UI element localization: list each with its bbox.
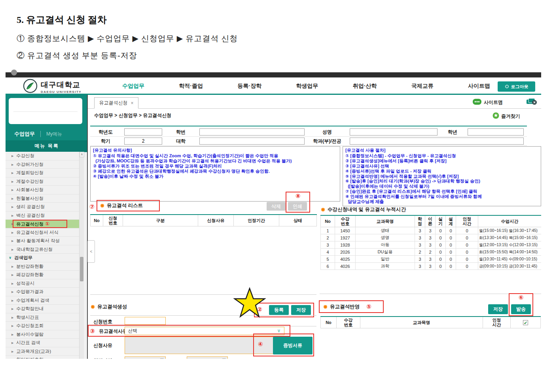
- save-button-apply[interactable]: 저장: [488, 304, 508, 314]
- select-all-checkbox[interactable]: ✔: [511, 317, 541, 328]
- sidebar-item[interactable]: ▶학생시간표: [6, 313, 79, 322]
- sidebar-item[interactable]: ▶계절희망신청: [6, 169, 79, 177]
- nav-item[interactable]: 학적·졸업: [179, 83, 203, 90]
- sidebar-item[interactable]: ▶교과목개요(교과): [6, 347, 79, 356]
- sidebar-item-label: 계절수강신청: [16, 179, 44, 184]
- table-row[interactable]: 54025일반33000월(10:30~11:45) 수(09:00~10:15…: [321, 256, 542, 263]
- form-input[interactable]: [350, 128, 438, 136]
- form-input[interactable]: [124, 128, 162, 136]
- table-cell: 6: [321, 263, 335, 270]
- scroll-up-arrow[interactable]: ∧: [80, 152, 84, 157]
- sidebar-item-label: 검색업무: [14, 255, 32, 260]
- send-button[interactable]: 발송: [511, 304, 531, 314]
- power-icon: [505, 84, 509, 89]
- annotation-3: ③: [90, 328, 95, 335]
- sidebar-item[interactable]: ▶성적공시: [6, 279, 79, 288]
- sidebar-item[interactable]: ▶헌혈봉사신청: [6, 194, 79, 203]
- save-button-create[interactable]: 저장: [291, 305, 311, 315]
- table-cell: 3: [425, 234, 436, 241]
- apply-section-title: 유고결석반영 ⑤: [319, 300, 384, 313]
- logout-button[interactable]: 로그아웃: [498, 81, 535, 92]
- system-screenshot: 대구대학교 DAEGU UNIVERSITY 수업업무학적·졸업등록·장학학생업…: [6, 72, 541, 359]
- form-input[interactable]: [350, 138, 524, 145]
- sidebar-item[interactable]: ▶수강허가신청: [6, 160, 79, 169]
- scrollbar-thumb[interactable]: [80, 257, 83, 281]
- create-section-divider: [90, 294, 316, 295]
- attach-document-button[interactable]: 증빙서류: [273, 337, 313, 354]
- sidebar-item[interactable]: ▶수업계획서 검색: [6, 296, 79, 305]
- sidebar-collapse-handle[interactable]: <: [87, 240, 95, 263]
- register-button[interactable]: 등록: [269, 305, 289, 315]
- table-cell: 0: [456, 263, 478, 270]
- reason-type-select[interactable]: 선택: [125, 327, 284, 335]
- notice-line: ④ [증빙서류]선택 후 파일 업로드 - 저장 클릭: [345, 169, 538, 174]
- sidebar-item[interactable]: ▶유고결석신청①: [6, 220, 79, 228]
- table-cell: 월(10:30~11:45) 수(09:00~10:15): [478, 256, 542, 263]
- sidebar-item[interactable]: ▶유고결석신청서 서식: [6, 228, 79, 237]
- close-all-tabs-icon[interactable]: [526, 98, 537, 107]
- sidebar-item-label: 수강신청: [16, 153, 34, 158]
- form-input[interactable]: [124, 138, 162, 145]
- nav-item[interactable]: 등록·장학: [237, 83, 261, 90]
- print-button[interactable]: 인쇄: [288, 202, 307, 211]
- sidebar-item[interactable]: ▶시간표 검색: [6, 339, 79, 347]
- sidebar-tab-main[interactable]: 수업업무: [14, 130, 35, 138]
- sidebar-item[interactable]: ▶수강신청: [6, 152, 79, 160]
- apply-no-label: 신청번호: [93, 318, 112, 325]
- sidebar-item[interactable]: ▶사회봉사신청: [6, 186, 79, 194]
- nav-item[interactable]: 사이트맵: [468, 83, 490, 90]
- table-cell: 0: [446, 234, 456, 241]
- form-input[interactable]: [199, 128, 305, 136]
- sidebar-item[interactable]: ▶계절수강신청: [6, 177, 79, 186]
- sitemap-button[interactable]: 사이트맵: [473, 99, 503, 106]
- doc-step: ② 유고결석 생성 부분 등록-저장: [17, 50, 238, 61]
- favorite-button[interactable]: 즐겨찾기: [492, 112, 520, 121]
- sidebar-item[interactable]: ▶수강학점안내: [6, 305, 79, 313]
- sidebar-item[interactable]: ▶백신 공결신청: [6, 211, 79, 220]
- sidebar-item[interactable]: ▶취업정지추천: [6, 356, 79, 359]
- sidebar-item-label: 봉사이수열람: [16, 332, 44, 337]
- table-row[interactable]: 31928아동33000월(12:00~13:15) 수(12:00~13:15…: [321, 241, 542, 249]
- sidebar-item[interactable]: ▶수강신청조회: [6, 322, 79, 330]
- sidebar-scrollbar[interactable]: ∧: [79, 152, 84, 359]
- table-row[interactable]: 11450생태33000월(15:00~16:15) 월(16:30~17:45…: [321, 227, 542, 234]
- sidebar-item[interactable]: ▶봉사 활동계획서 작성: [6, 237, 79, 245]
- sidebar-item[interactable]: ∨검색업무: [6, 254, 79, 262]
- sidebar-item-label: 계절희망신청: [16, 170, 44, 175]
- column-header: 교과목명: [356, 215, 415, 227]
- notice-line: ⑧ 인쇄된 유고결석확인서를 신청일로부터 7일 이내에 증빙서류와 함께: [345, 194, 538, 199]
- sidebar-item[interactable]: ▶수업평가결과: [6, 288, 79, 296]
- nav-item[interactable]: 취업·산학: [353, 83, 377, 90]
- tab-yugogyeolseok[interactable]: 유고결석신청 ×: [94, 97, 138, 109]
- table-row[interactable]: 64026과학33000금(09:00~10:15) 금(10:30~11:45…: [321, 263, 542, 270]
- main-content: 유고결석신청 × 사이트맵 수업업무 > 신청업무 > 유고결석신청 즐겨찾기: [88, 95, 541, 359]
- form-label: 학년: [441, 129, 464, 136]
- form-input[interactable]: [468, 128, 524, 136]
- checkbox-checked-icon[interactable]: ✔: [523, 320, 528, 325]
- logo-title: 대구대학교: [41, 80, 81, 90]
- nav-item[interactable]: 국제교류: [411, 83, 434, 90]
- sidebar-item[interactable]: ▶생리 공결신청: [6, 203, 79, 211]
- table-cell: 3: [415, 227, 425, 234]
- table-row[interactable]: 21927생명33000화(13:30~14:45) 목(15:00~16:15…: [321, 234, 542, 241]
- calendar-icon[interactable]: ▦: [222, 357, 226, 359]
- sidebar-tab-mymenu[interactable]: My메뉴: [46, 131, 62, 138]
- table-row[interactable]: 42026DU실용22000화(15:00~15:50) 목(14:00~14:…: [321, 249, 542, 256]
- apply-no-input[interactable]: [125, 317, 166, 325]
- sidebar-item[interactable]: ▶국내학점교류신청: [6, 245, 79, 254]
- column-header: 학 점: [415, 215, 425, 227]
- sidebar-item[interactable]: ▶폐강강좌현황: [6, 271, 79, 279]
- university-logo[interactable]: 대구대학교 DAEGU UNIVERSITY: [23, 79, 81, 95]
- nav-item[interactable]: 학생업무: [296, 83, 318, 90]
- form-label: 학번: [165, 129, 196, 136]
- create-row-line1: [90, 326, 316, 326]
- nav-item[interactable]: 수업업무: [122, 83, 144, 90]
- calendar-icon[interactable]: ▦: [160, 357, 164, 359]
- delete-button[interactable]: 삭제: [267, 202, 286, 211]
- menu-list-header: 메뉴 목록: [6, 140, 88, 152]
- column-header: 설 계: [446, 215, 456, 227]
- sidebar-item[interactable]: ▶분반강좌현황: [6, 262, 79, 271]
- tab-close-icon[interactable]: ×: [131, 100, 133, 106]
- sidebar-item[interactable]: ▶봉사이수열람: [6, 330, 79, 339]
- form-input[interactable]: [199, 138, 305, 145]
